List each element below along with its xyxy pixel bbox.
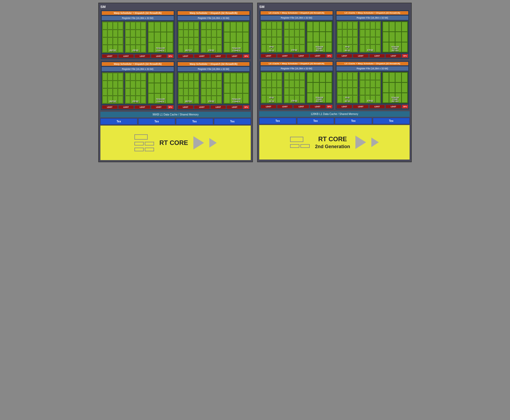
sfu-1: SFU [167, 54, 174, 58]
ldst-5: LD/ST [178, 54, 194, 58]
right-reg-file-4: Register File (16,384 x 32-bit) [337, 66, 409, 71]
cell [360, 80, 365, 88]
right-reg-file-2: Register File (16,384 x 32-bit) [337, 16, 409, 20]
cell [141, 73, 146, 80]
left-tensor-label-4: TENSORCORES [223, 97, 249, 103]
left-fp32-label-3: FP32 [125, 100, 146, 103]
cell [284, 37, 289, 45]
cell [103, 37, 107, 45]
cell [284, 22, 289, 29]
right-bottom-row-1: LD/ST LD/ST LD/ST LD/ST SFU [261, 54, 333, 58]
left-tensor-label-2: TENSORCORES [223, 46, 249, 52]
cell [217, 81, 222, 88]
cell [347, 80, 352, 88]
cell [266, 80, 271, 88]
right-tex-row: Tex Tex Tex Tex [259, 118, 410, 124]
cell [211, 30, 216, 37]
cell [383, 22, 389, 32]
right-rt-core-gen: 2nd Generation [315, 144, 350, 149]
right-fp32-2: FP32 [359, 21, 381, 53]
left-warp-unit-2: Warp Scheduler + Dispatch (32 thread/clk… [176, 10, 251, 59]
r-ldst-15: LD/ST [369, 105, 385, 109]
right-fp32int32-1: FP32+INT32 [261, 21, 283, 53]
right-tex-0: Tex [259, 118, 296, 124]
cell [194, 22, 199, 29]
cell [320, 72, 325, 82]
cell [365, 22, 370, 29]
cell [284, 72, 289, 80]
left-tensor-4: TENSORCORES [223, 72, 249, 104]
cell [295, 22, 299, 29]
left-warp-grid: Warp Scheduler + Dispatch (32 thread/clk… [100, 10, 251, 110]
cell [206, 88, 211, 96]
right-core-area-4: FP32+INT32 FP32 [337, 72, 409, 104]
cell [342, 88, 347, 95]
cell [161, 73, 167, 83]
cell [236, 32, 242, 42]
left-int32-label-4: INT32 [178, 100, 199, 103]
right-warp-unit-4: L0 i-Cache + Warp Scheduler + Dispatch (… [335, 61, 410, 110]
left-int32-4: INT32 [178, 72, 200, 104]
cell [353, 88, 358, 95]
cell [211, 22, 216, 29]
cell [108, 73, 112, 80]
left-fp32-label-4: FP32 [201, 100, 222, 103]
cell [154, 22, 160, 32]
cell [184, 73, 188, 80]
cell [224, 83, 230, 93]
left-bottom-row-3: LD/ST LD/ST LD/ST LD/ST SFU [102, 105, 174, 109]
r-ldst-2: LD/ST [277, 54, 293, 58]
cell [243, 83, 249, 93]
sfu-3: SFU [167, 105, 174, 109]
cell [307, 72, 313, 82]
cell [295, 37, 299, 45]
left-warp-header-3: Warp Scheduler + Dispatch (32 thread/clk… [102, 62, 174, 66]
r-ldst-4: LD/ST [310, 54, 326, 58]
left-fp32-grid-4 [201, 72, 222, 104]
left-fp32-grid-1 [125, 22, 146, 53]
right-fp32int32-label-1: FP32+INT32 [261, 45, 282, 52]
cell [365, 88, 370, 95]
cell [376, 80, 380, 88]
right-fp32int32-label-4: FP32+INT32 [337, 96, 358, 103]
cell [320, 22, 325, 32]
cell [383, 83, 389, 92]
rt-box-r3 [300, 144, 310, 148]
ldst-15: LD/ST [210, 105, 226, 109]
cell [189, 22, 193, 29]
cell [300, 37, 304, 45]
cell [161, 83, 167, 93]
left-fp32-label-1: FP32 [125, 49, 146, 52]
cell [342, 22, 347, 29]
right-fp32-label-3: FP32 [284, 99, 305, 103]
cell [272, 22, 277, 29]
right-fp32int32-3: FP32+INT32 [261, 72, 283, 104]
rt-box-1 [134, 134, 148, 140]
cell [201, 81, 206, 88]
cell [337, 72, 342, 80]
sfu-2: SFU [243, 54, 249, 58]
cell [402, 72, 407, 82]
r-ldst-5: LD/ST [337, 54, 352, 58]
cell [370, 37, 375, 45]
cell [266, 72, 271, 80]
cell [365, 37, 370, 45]
cell [289, 88, 294, 95]
left-core-area-1: INT32 FP32 [102, 21, 174, 53]
cell [113, 81, 118, 88]
cell [136, 73, 141, 80]
right-fp32-4: FP32 [359, 72, 381, 104]
cell [224, 73, 230, 83]
cell [326, 72, 332, 82]
left-reg-file-3: Register File (16,384 x 32-bit) [102, 67, 174, 71]
left-int32-label-2: INT32 [178, 49, 199, 52]
cell [243, 32, 249, 42]
left-fp32-1: FP32 [125, 21, 147, 53]
left-fp32-2: FP32 [200, 21, 222, 53]
cell [236, 22, 242, 32]
cell [211, 88, 216, 96]
cell [266, 37, 271, 45]
r-sfu-3: SFU [326, 105, 333, 109]
right-bottom-row-3: LD/ST LD/ST LD/ST LD/ST SFU [261, 105, 333, 109]
cell [103, 73, 107, 80]
